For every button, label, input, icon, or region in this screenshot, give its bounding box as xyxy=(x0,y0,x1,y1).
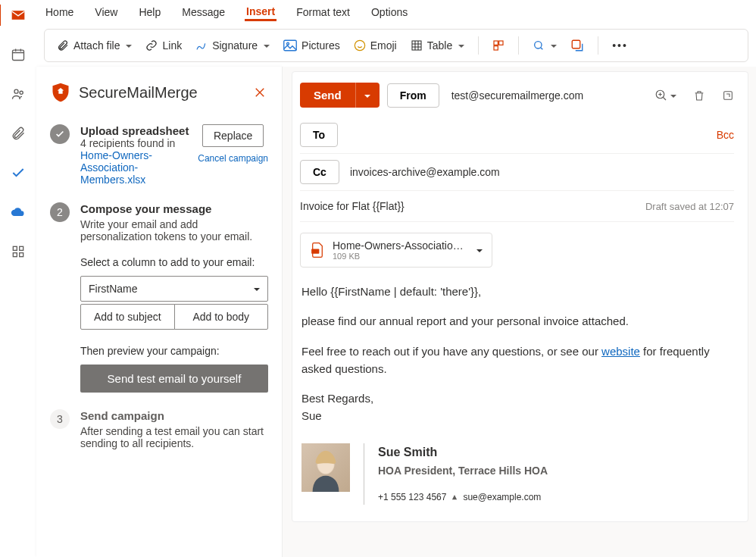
addin-2-button[interactable] xyxy=(528,36,561,55)
cc-button[interactable]: Cc xyxy=(300,160,339,184)
attach-file-label: Attach file xyxy=(73,39,120,52)
column-select[interactable]: FirstName xyxy=(80,276,268,302)
pictures-label: Pictures xyxy=(301,39,340,52)
step-3-title: Send campaign xyxy=(80,409,268,422)
to-row: To Bcc xyxy=(300,117,734,154)
tab-options[interactable]: Options xyxy=(370,3,409,21)
tab-home[interactable]: Home xyxy=(44,3,75,21)
calendar-rail-icon[interactable] xyxy=(9,45,27,64)
pdf-file-icon xyxy=(310,242,325,258)
cloud-rail-icon[interactable] xyxy=(9,203,27,221)
discard-icon[interactable] xyxy=(693,89,705,102)
ribbon-overflow[interactable]: ••• xyxy=(608,36,633,55)
svg-rect-13 xyxy=(494,46,498,50)
signature-divider xyxy=(364,443,364,505)
tab-help[interactable]: Help xyxy=(137,3,162,21)
svg-rect-7 xyxy=(284,40,297,51)
signature-email: sue@example.com xyxy=(463,490,541,505)
ribbon-separator xyxy=(598,36,598,55)
tab-format-text[interactable]: Format text xyxy=(295,3,351,21)
website-link[interactable]: website xyxy=(601,345,640,358)
attach-rail-icon[interactable] xyxy=(9,124,27,142)
chevron-down-icon xyxy=(476,244,483,256)
step-3-number: 3 xyxy=(50,409,70,429)
addin-3-button[interactable] xyxy=(566,36,589,55)
preview-label: Then preview your campaign: xyxy=(80,345,268,357)
svg-point-1 xyxy=(14,89,18,93)
svg-rect-12 xyxy=(499,41,503,45)
cc-value[interactable]: invoices-archive@example.com xyxy=(350,166,734,178)
tab-view[interactable]: View xyxy=(93,3,119,21)
top-tabs: Home View Help Message Insert Format tex… xyxy=(36,0,756,24)
send-dropdown[interactable] xyxy=(355,83,380,108)
attachment-chip[interactable]: Home-Owners-Association-R... 109 KB xyxy=(300,233,492,268)
chevron-down-icon xyxy=(458,39,464,52)
pictures-button[interactable]: Pictures xyxy=(279,36,345,55)
check-rail-icon[interactable] xyxy=(9,164,27,182)
svg-point-14 xyxy=(535,42,542,49)
apps-rail-icon[interactable] xyxy=(9,243,27,261)
step-2-desc: Write your email and add personalization… xyxy=(80,218,268,243)
svg-rect-10 xyxy=(412,41,421,50)
body-p5: Sue xyxy=(301,407,733,424)
uploaded-file-link[interactable]: Home-Owners-Association-Members.xlsx xyxy=(80,149,190,186)
body-p3: Feel free to reach out if you have any q… xyxy=(301,343,733,378)
mail-rail-icon[interactable] xyxy=(9,6,27,24)
link-button[interactable]: Link xyxy=(141,36,186,55)
chevron-down-icon xyxy=(264,39,270,52)
ribbon-separator xyxy=(518,36,519,55)
select-column-label: Select a column to add to your email: xyxy=(80,256,268,268)
table-label: Table xyxy=(427,39,452,52)
svg-point-9 xyxy=(355,40,364,50)
zoom-icon[interactable] xyxy=(654,89,676,102)
brand-shield-icon xyxy=(50,82,71,103)
svg-rect-15 xyxy=(572,40,580,49)
addin-1-button[interactable] xyxy=(488,36,509,55)
bcc-link[interactable]: Bcc xyxy=(717,129,734,141)
step-2: 2 Compose your message Write your email … xyxy=(50,202,268,393)
add-to-body-button[interactable]: Add to body xyxy=(174,304,269,330)
emoji-button[interactable]: Emoji xyxy=(349,36,401,55)
signature-title: HOA President, Terrace Hills HOA xyxy=(378,463,548,480)
draft-saved-label: Draft saved at 12:07 xyxy=(645,201,734,212)
signature-name: Sue Smith xyxy=(378,443,548,462)
step-1-title: Upload spreadsheet xyxy=(80,124,190,137)
from-address: test@securemailmerge.com xyxy=(451,89,584,102)
brand: SecureMailMerge xyxy=(50,82,198,103)
step-2-title: Compose your message xyxy=(80,202,268,215)
brand-name: SecureMailMerge xyxy=(79,84,198,102)
attach-file-button[interactable]: Attach file xyxy=(52,36,136,55)
step-1-recipients: 4 recipients found in xyxy=(80,137,190,149)
close-panel-button[interactable] xyxy=(251,84,268,101)
svg-rect-6 xyxy=(20,253,23,257)
tab-insert[interactable]: Insert xyxy=(245,2,276,21)
body-p2: please find our annual report and your p… xyxy=(301,312,733,330)
svg-rect-4 xyxy=(20,246,23,250)
send-button-group: Send xyxy=(300,83,380,108)
signature-separator-icon xyxy=(451,493,458,501)
signature-phone: +1 555 123 4567 xyxy=(378,490,446,505)
from-button[interactable]: From xyxy=(387,83,439,108)
chevron-down-icon xyxy=(254,283,260,295)
people-rail-icon[interactable] xyxy=(9,85,27,103)
svg-point-8 xyxy=(287,42,289,45)
tab-message[interactable]: Message xyxy=(180,3,226,21)
step-3: 3 Send campaign After sending a test ema… xyxy=(50,409,268,449)
svg-point-2 xyxy=(20,91,23,94)
replace-button[interactable]: Replace xyxy=(202,124,264,147)
subject-input[interactable]: Invoice for Flat {{Flat}} xyxy=(300,200,645,212)
send-button[interactable]: Send xyxy=(300,83,355,108)
popout-icon[interactable] xyxy=(722,89,734,102)
svg-rect-3 xyxy=(13,246,17,250)
signature-button[interactable]: Signature xyxy=(191,36,274,55)
chevron-down-icon xyxy=(126,39,132,52)
cancel-campaign-link[interactable]: Cancel campaign xyxy=(198,153,268,164)
avatar xyxy=(301,443,350,492)
add-to-subject-button[interactable]: Add to subject xyxy=(80,304,175,330)
send-test-button[interactable]: Send test email to yourself xyxy=(80,365,268,393)
svg-rect-0 xyxy=(13,50,24,60)
table-button[interactable]: Table xyxy=(406,36,469,55)
to-button[interactable]: To xyxy=(300,123,338,147)
side-panel: SecureMailMerge Upload spreadsheet xyxy=(36,67,283,557)
email-body[interactable]: Hello {{FirstName | default: 'there'}}, … xyxy=(300,271,734,506)
